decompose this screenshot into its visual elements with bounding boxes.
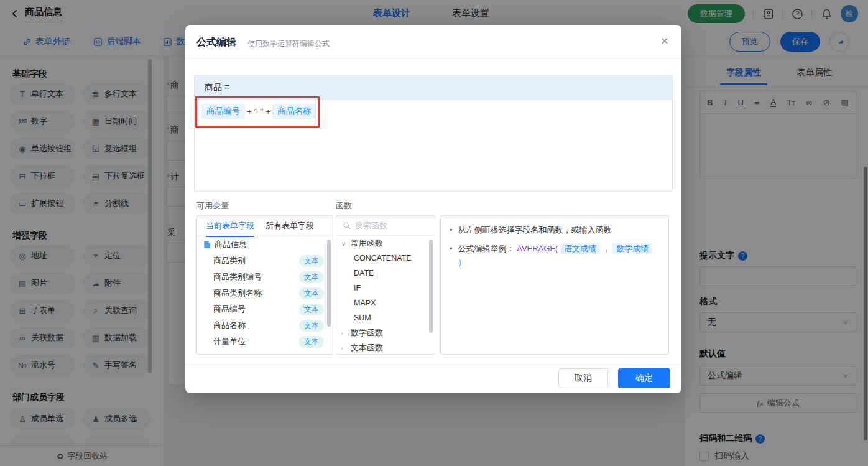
bullet-icon: • <box>450 223 453 237</box>
type-badge: 文本 <box>299 287 324 299</box>
tab-all-form-fields[interactable]: 所有表单字段 <box>265 220 314 231</box>
formula-editor: 商品 = <box>194 75 673 192</box>
modal-subtitle: 使用数学运算符编辑公式 <box>247 39 330 49</box>
function-item[interactable]: MAPX <box>336 296 435 310</box>
example-function-name: AVERAGE( <box>517 244 558 253</box>
functions-scrollbar[interactable] <box>429 240 433 333</box>
variable-item[interactable]: 商品名称文本 <box>197 317 333 333</box>
chevron-right-icon: › <box>341 330 348 337</box>
string-literal: " " <box>254 107 264 116</box>
variable-item[interactable]: 商品编号文本 <box>197 301 333 317</box>
modal-header: 公式编辑 使用数学运算符编辑公式 ✕ <box>185 25 681 58</box>
field-token[interactable]: 商品编号 <box>201 104 245 119</box>
field-token[interactable]: 商品名称 <box>272 104 316 119</box>
function-group-math[interactable]: ›数学函数 <box>336 325 435 340</box>
formula-target-bar: 商品 = <box>195 75 672 100</box>
functions-section-label: 函数 <box>336 200 352 212</box>
functions-panel: ∨常用函数 CONCATENATE DATE IF MAPX SUM ›数学函数… <box>336 215 435 355</box>
tips-panel: • 从左侧面板选择字段名和函数，或输入函数 • 公式编辑举例： AVERAGE(… <box>440 215 669 355</box>
variables-panel: 当前表单字段 所有表单字段 商品信息 商品类别文本 商品类别编号文本 商品类别名… <box>196 215 333 355</box>
tip-line-2: • 公式编辑举例： AVERAGE( 语文成绩 ， 数学成绩 ） <box>450 242 660 269</box>
variable-item[interactable]: 商品类别文本 <box>197 253 333 269</box>
function-item[interactable]: DATE <box>336 266 435 281</box>
type-badge: 文本 <box>299 271 324 283</box>
footer-divider <box>185 365 681 365</box>
type-badge: 文本 <box>299 255 324 267</box>
tree-root-item[interactable]: 商品信息 <box>197 236 333 253</box>
function-search-input[interactable] <box>355 221 423 230</box>
tip-line-1: • 从左侧面板选择字段名和函数，或输入函数 <box>450 223 660 237</box>
formula-expression: 商品编号 +" "+ 商品名称 <box>201 104 316 119</box>
plus-operator: + <box>265 107 270 116</box>
type-badge: 文本 <box>299 336 324 348</box>
chevron-down-icon: ∨ <box>341 240 348 247</box>
function-item[interactable]: IF <box>336 281 435 296</box>
form-designer-page: 商品信息 表单设计 表单设置 数据管理 ? 检 表单外链 <box>0 0 868 466</box>
function-item[interactable]: SUM <box>336 310 435 325</box>
function-group-text[interactable]: ›文本函数 <box>336 340 435 355</box>
formula-edit-modal: 公式编辑 使用数学运算符编辑公式 ✕ 商品 = 商品编号 +" "+ 商品名称 … <box>185 25 681 393</box>
plus-operator: + <box>247 107 252 116</box>
variable-item-partial[interactable] <box>197 350 333 355</box>
function-search <box>336 216 435 236</box>
example-field-token: 语文成绩 <box>560 243 600 254</box>
example-field-token: 数学成绩 <box>612 243 652 254</box>
variables-tabs: 当前表单字段 所有表单字段 <box>197 216 333 236</box>
chevron-right-icon: › <box>341 345 348 352</box>
function-group-common[interactable]: ∨常用函数 <box>336 236 435 251</box>
modal-title: 公式编辑 <box>196 36 236 49</box>
confirm-button[interactable]: 确定 <box>618 368 670 388</box>
variable-item[interactable]: 商品类别名称文本 <box>197 285 333 301</box>
type-badge: 文本 <box>299 320 324 332</box>
cancel-button[interactable]: 取消 <box>558 368 608 388</box>
function-item[interactable]: CONCATENATE <box>336 251 435 266</box>
variables-scrollbar[interactable] <box>327 240 331 327</box>
close-icon[interactable]: ✕ <box>660 35 669 48</box>
variable-item[interactable]: 商品类别编号文本 <box>197 269 333 285</box>
type-badge: 文本 <box>299 304 324 315</box>
search-icon <box>343 221 351 230</box>
tab-current-form-fields[interactable]: 当前表单字段 <box>206 220 254 237</box>
bullet-icon: • <box>450 242 453 269</box>
variables-section-label: 可用变量 <box>196 200 229 212</box>
document-icon <box>203 241 211 249</box>
variable-item[interactable]: 计量单位文本 <box>197 333 333 350</box>
